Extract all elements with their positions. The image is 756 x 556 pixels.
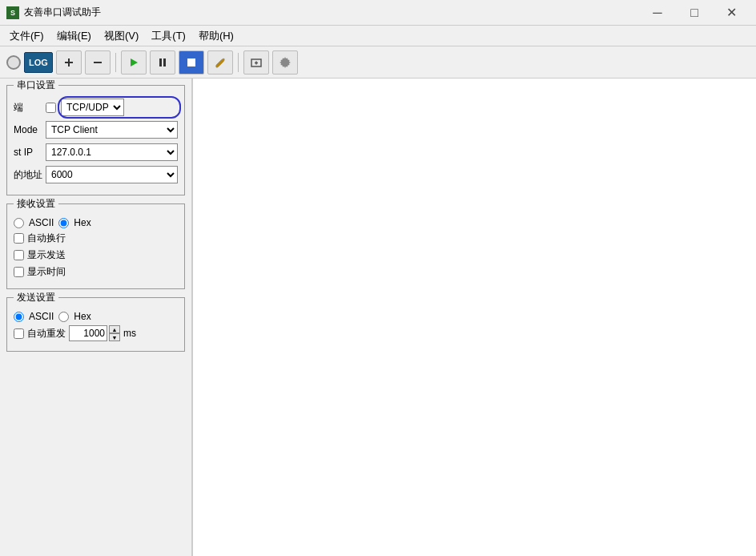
app-title: 友善串口调试助手	[24, 6, 101, 19]
receive-format-row: ASCII Hex	[14, 217, 178, 228]
auto-newline-row: 自动换行	[14, 232, 178, 245]
menu-file[interactable]: 文件(F)	[3, 27, 50, 45]
interval-spinner: 1000 ▲ ▼ ms	[69, 325, 136, 341]
port-addr-row: 的地址 6000 8080 9000	[14, 166, 178, 183]
port-addr-label: 的地址	[14, 168, 42, 182]
minimize-button[interactable]: ─	[639, 0, 676, 26]
stop-button[interactable]	[179, 50, 204, 75]
status-indicator[interactable]	[6, 55, 21, 70]
port-row: 端 TCP/UDP COM1 COM2 COM3	[14, 99, 178, 116]
send-ascii-radio[interactable]	[14, 312, 24, 322]
plus-icon	[63, 57, 74, 68]
auto-resend-label: 自动重发	[27, 327, 66, 340]
auto-newline-label: 自动换行	[27, 232, 66, 245]
menu-view[interactable]: 视图(V)	[98, 27, 145, 45]
remove-button[interactable]	[85, 50, 111, 75]
receive-hex-label: Hex	[74, 217, 90, 228]
host-ip-select[interactable]: 127.0.0.1 192.168.1.1	[46, 143, 178, 161]
send-hex-radio[interactable]	[58, 312, 69, 322]
settings-button[interactable]	[272, 50, 298, 75]
svg-marker-3	[131, 58, 138, 66]
toolbar-separator-1	[115, 53, 116, 72]
port-select[interactable]: TCP/UDP COM1 COM2 COM3	[61, 99, 124, 116]
show-send-label: 显示发送	[27, 248, 66, 262]
app-icon: S	[6, 6, 19, 19]
auto-resend-row: 自动重发 1000 ▲ ▼ ms	[14, 325, 178, 341]
receive-settings-group: 接收设置 ASCII Hex 自动换行 显示发送 显示时间	[6, 203, 185, 289]
send-settings-group: 发送设置 ASCII Hex 自动重发 1000 ▲ ▼ ms	[6, 297, 185, 352]
menu-edit[interactable]: 编辑(E)	[50, 27, 98, 45]
add-button[interactable]	[56, 50, 82, 75]
spinner-down-button[interactable]: ▼	[109, 333, 120, 341]
port-select-wrap: TCP/UDP COM1 COM2 COM3	[61, 99, 178, 116]
port-label: 端	[14, 101, 42, 115]
send-settings-title: 发送设置	[14, 291, 58, 304]
gear-icon	[279, 56, 292, 69]
mode-label: Mode	[14, 124, 42, 135]
show-send-checkbox[interactable]	[14, 250, 24, 260]
show-time-label: 显示时间	[27, 265, 66, 279]
receive-ascii-radio[interactable]	[14, 218, 24, 228]
pause-icon	[157, 57, 168, 68]
maximize-button[interactable]: □	[676, 0, 713, 26]
show-time-row: 显示时间	[14, 265, 178, 279]
port-addr-select[interactable]: 6000 8080 9000	[46, 166, 178, 183]
port-checkbox[interactable]	[46, 103, 56, 113]
menu-bar: 文件(F) 编辑(E) 视图(V) 工具(T) 帮助(H)	[0, 26, 756, 46]
spinner-arrows: ▲ ▼	[109, 325, 120, 341]
spinner-up-button[interactable]: ▲	[109, 325, 120, 333]
receive-ascii-label: ASCII	[29, 217, 54, 228]
toolbar-separator-2	[238, 53, 239, 72]
log-button[interactable]: LOG	[24, 52, 53, 73]
add-tab-button[interactable]	[243, 50, 269, 75]
mode-row: Mode TCP Client TCP Server UDP	[14, 121, 178, 139]
host-ip-label: st IP	[14, 147, 42, 158]
send-format-row: ASCII Hex	[14, 311, 178, 322]
add-tab-icon	[251, 57, 262, 68]
stop-icon	[186, 57, 197, 68]
svg-rect-4	[159, 58, 162, 66]
window-controls: ─ □ ✕	[639, 0, 750, 26]
serial-settings-group: 串口设置 端 TCP/UDP COM1 COM2 COM3	[6, 85, 185, 195]
auto-newline-checkbox[interactable]	[14, 233, 24, 244]
interval-unit: ms	[123, 328, 136, 339]
minus-icon	[92, 57, 103, 68]
pause-button[interactable]	[150, 50, 175, 75]
receive-settings-title: 接收设置	[14, 197, 58, 211]
close-button[interactable]: ✕	[713, 0, 750, 26]
play-icon	[128, 57, 139, 68]
title-bar-left: S 友善串口调试助手	[6, 6, 101, 19]
interval-input[interactable]: 1000	[69, 325, 107, 341]
wrench-icon	[214, 56, 227, 69]
play-button[interactable]	[121, 50, 147, 75]
title-bar: S 友善串口调试助手 ─ □ ✕	[0, 0, 756, 26]
left-panel: 串口设置 端 TCP/UDP COM1 COM2 COM3	[0, 79, 192, 556]
send-hex-label: Hex	[74, 311, 90, 322]
menu-tools[interactable]: 工具(T)	[145, 27, 192, 45]
svg-rect-5	[163, 58, 166, 66]
toolbar: LOG	[0, 46, 756, 79]
host-ip-row: st IP 127.0.0.1 192.168.1.1	[14, 143, 178, 161]
svg-rect-6	[187, 58, 195, 66]
serial-settings-title: 串口设置	[14, 79, 58, 92]
right-panel	[192, 79, 756, 556]
show-time-checkbox[interactable]	[14, 267, 24, 277]
send-ascii-label: ASCII	[29, 311, 54, 322]
main-layout: 串口设置 端 TCP/UDP COM1 COM2 COM3	[0, 79, 756, 556]
receive-hex-radio[interactable]	[58, 218, 69, 228]
show-send-row: 显示发送	[14, 248, 178, 262]
tool-button[interactable]	[207, 50, 233, 75]
menu-help[interactable]: 帮助(H)	[192, 27, 240, 45]
auto-resend-checkbox[interactable]	[14, 328, 24, 339]
mode-select[interactable]: TCP Client TCP Server UDP	[46, 121, 178, 139]
